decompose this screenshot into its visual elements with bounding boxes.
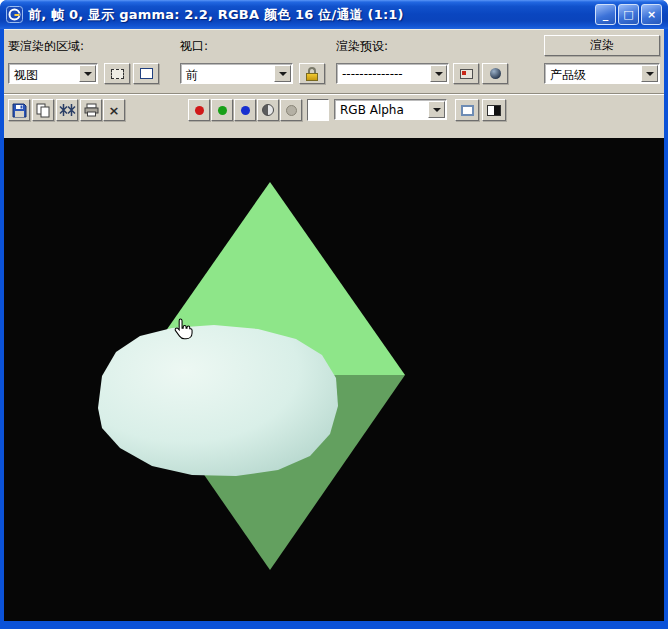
render-frame-window: 前, 帧 0, 显示 gamma: 2.2, RGBA 颜色 16 位/通道 (…	[0, 0, 668, 629]
green-channel-button[interactable]	[211, 99, 233, 121]
viewport-value: 前	[186, 67, 198, 84]
red-channel-button[interactable]	[188, 99, 210, 121]
blue-channel-icon	[241, 106, 250, 115]
print-image-button[interactable]	[80, 99, 102, 121]
chevron-down-icon[interactable]	[274, 65, 291, 82]
render-preset-value: --------------	[342, 67, 403, 81]
background-color-swatch[interactable]	[307, 99, 329, 121]
render-setup-button[interactable]	[453, 63, 479, 84]
edit-region-button[interactable]	[104, 63, 130, 84]
monochrome-icon	[262, 104, 274, 116]
render-setup-icon	[460, 69, 473, 79]
blue-channel-button[interactable]	[234, 99, 256, 121]
chevron-down-icon[interactable]	[430, 65, 447, 82]
window-controls: _ □ ×	[595, 4, 662, 25]
render-button-label: 渲染	[590, 37, 614, 54]
render-preset-select[interactable]: --------------	[336, 63, 449, 84]
render-quality-select[interactable]: 产品级	[544, 63, 660, 84]
viewport-label: 视口:	[180, 38, 208, 55]
auto-region-button[interactable]	[133, 63, 159, 84]
black-white-display-button[interactable]	[482, 99, 506, 121]
render-quality-value: 产品级	[550, 67, 586, 84]
clone-window-button[interactable]	[56, 99, 78, 121]
render-button[interactable]: 渲染	[544, 35, 660, 56]
preset-label: 渲染预设:	[336, 38, 388, 55]
close-button[interactable]: ×	[641, 4, 662, 25]
minimize-button[interactable]: _	[595, 4, 616, 25]
render-canvas	[4, 138, 664, 621]
copy-icon	[36, 103, 51, 118]
clone-icon	[59, 103, 76, 117]
capsule-object	[98, 325, 338, 476]
printer-icon	[84, 103, 99, 117]
window-title: 前, 帧 0, 显示 gamma: 2.2, RGBA 颜色 16 位/通道 (…	[28, 6, 595, 24]
red-channel-icon	[195, 106, 204, 115]
frame-overlay-icon	[461, 105, 474, 116]
viewport-select[interactable]: 前	[180, 63, 293, 84]
rendered-image-viewport[interactable]	[4, 138, 664, 621]
clear-x-icon: ×	[109, 104, 120, 117]
channel-display-select[interactable]: RGB Alpha	[334, 99, 447, 120]
alpha-channel-button[interactable]	[280, 99, 302, 121]
titlebar[interactable]: 前, 帧 0, 显示 gamma: 2.2, RGBA 颜色 16 位/通道 (…	[0, 0, 668, 29]
alpha-channel-icon	[286, 105, 297, 116]
monochrome-button[interactable]	[257, 99, 279, 121]
lock-icon	[306, 67, 318, 81]
chevron-down-icon[interactable]	[641, 65, 658, 82]
viewport-lock-button[interactable]	[299, 63, 325, 84]
green-channel-icon	[218, 106, 227, 115]
render-area-value: 视图	[14, 67, 38, 84]
black-white-icon	[487, 105, 501, 116]
toolbar-divider	[4, 93, 664, 95]
chevron-down-icon[interactable]	[428, 101, 445, 118]
environment-icon	[490, 68, 501, 79]
floppy-icon	[12, 103, 27, 118]
ui-overlay-toggle-button[interactable]	[455, 99, 479, 121]
render-area-label: 要渲染的区域:	[8, 38, 84, 55]
clear-button[interactable]: ×	[103, 99, 125, 121]
maximize-button[interactable]: □	[618, 4, 639, 25]
render-area-select[interactable]: 视图	[8, 63, 98, 84]
toolbar: 要渲染的区域: 视口: 渲染预设: 渲染 视图 前 --------------	[4, 29, 664, 138]
copy-image-button[interactable]	[32, 99, 54, 121]
channel-display-value: RGB Alpha	[340, 103, 404, 117]
environment-dialog-button[interactable]	[482, 63, 508, 84]
save-image-button[interactable]	[8, 99, 30, 121]
app-icon	[6, 6, 23, 23]
edit-region-icon	[111, 69, 124, 79]
chevron-down-icon[interactable]	[79, 65, 96, 82]
auto-region-icon	[140, 68, 153, 79]
